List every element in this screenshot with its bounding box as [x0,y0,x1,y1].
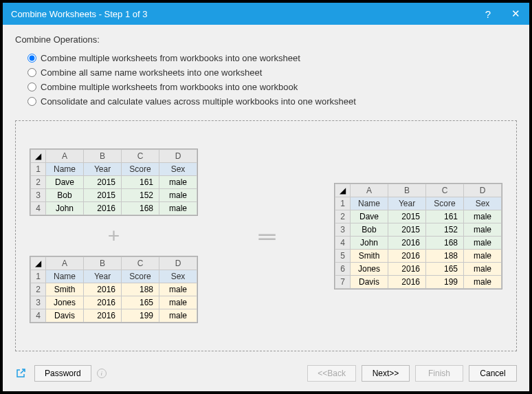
share-icon[interactable] [15,368,26,379]
row-header: 1 [335,197,351,210]
radio-combine-into-worksheet[interactable]: Combine multiple worksheets from workboo… [27,53,517,63]
col-header: A [351,184,388,197]
col-header: C [426,184,464,197]
cell: 168 [426,236,464,249]
info-icon[interactable]: i [97,369,107,378]
cell: Smith [46,283,84,296]
cell: male [464,249,502,262]
help-button[interactable]: ? [474,3,502,25]
row-header: 6 [335,262,351,275]
cell: Sex [159,163,197,176]
cell: Bob [351,223,388,236]
cell: 152 [122,189,159,202]
col-header: C [122,150,159,163]
cell: Year [84,163,122,176]
cell: male [464,236,502,249]
radio-input-3[interactable] [27,83,36,91]
cell: 188 [122,283,159,296]
cell: 2015 [84,189,122,202]
cancel-button[interactable]: Cancel [469,365,517,382]
row-header: 4 [31,202,46,215]
cell: male [159,189,197,202]
cell: Score [122,163,159,176]
finish-button: Finish [415,365,463,382]
row-header: 3 [31,189,46,202]
row-header: 2 [335,210,351,223]
row-header: 3 [31,296,46,309]
source-sheets: ◢ABCD 1NameYearScoreSex 2Dave2015161male… [30,149,198,323]
cell: 165 [122,296,159,309]
cell: 199 [426,275,464,288]
plus-icon: + [108,224,120,248]
cell: 2015 [388,210,426,223]
col-header: B [84,257,122,270]
cell: 161 [426,210,464,223]
cell: 188 [426,249,464,262]
password-button[interactable]: Password [34,365,91,382]
row-header: 3 [335,223,351,236]
cell: Jones [351,262,388,275]
cell: male [464,275,502,288]
cell: Dave [46,176,84,189]
radio-input-4[interactable] [27,97,36,106]
cell: male [159,176,197,189]
cell: Davis [46,309,84,322]
select-all-corner: ◢ [335,184,351,197]
radio-input-1[interactable] [27,54,36,63]
cell: 161 [122,176,159,189]
col-header: A [46,257,84,270]
radio-group: Combine multiple worksheets from workboo… [27,49,517,111]
cell: Name [351,197,388,210]
group-label: Combine Operations: [15,34,517,45]
select-all-corner: ◢ [31,150,46,163]
cell: male [159,283,197,296]
radio-into-workbook[interactable]: Combine multiple worksheets from workboo… [27,82,517,92]
cell: male [159,202,197,215]
select-all-corner: ◢ [31,257,46,270]
cell: Sex [159,270,197,283]
cell: male [159,309,197,322]
cell: Jones [46,296,84,309]
cell: 165 [426,262,464,275]
dialog-window: Combine Worksheets - Step 1 of 3 ? ✕ Com… [0,0,532,394]
col-header: B [84,150,122,163]
col-header: C [122,257,159,270]
col-header: D [159,150,197,163]
cell: Smith [351,249,388,262]
cell: John [351,236,388,249]
source-sheet-1: ◢ABCD 1NameYearScoreSex 2Dave2015161male… [30,149,198,216]
row-header: 2 [31,176,46,189]
cell: Name [46,163,84,176]
cell: 199 [122,309,159,322]
cell: Score [122,270,159,283]
radio-label: Combine multiple worksheets from workboo… [41,53,300,63]
cell: 2016 [388,262,426,275]
radio-consolidate[interactable]: Consolidate and calculate values across … [27,96,517,107]
radio-input-2[interactable] [27,68,36,77]
cell: Dave [351,210,388,223]
cell: 2016 [84,296,122,309]
cell: 152 [426,223,464,236]
radio-same-name[interactable]: Combine all same name worksheets into on… [27,67,517,78]
row-header: 1 [31,270,46,283]
cell: male [464,262,502,275]
close-button[interactable]: ✕ [502,3,529,25]
cell: 2016 [84,202,122,215]
row-header: 7 [335,275,351,288]
row-header: 4 [335,236,351,249]
cell: 2016 [388,249,426,262]
radio-label: Consolidate and calculate values across … [41,96,356,107]
cell: Year [84,270,122,283]
cell: 2016 [84,309,122,322]
content-area: Combine Operations: Combine multiple wor… [3,25,529,358]
row-header: 5 [335,249,351,262]
cell: Name [46,270,84,283]
cell: male [464,223,502,236]
footer: Password i <<Back Next>> Finish Cancel [3,358,529,391]
cell: 2016 [388,275,426,288]
col-header: B [388,184,426,197]
titlebar: Combine Worksheets - Step 1 of 3 ? ✕ [3,3,529,25]
row-header: 2 [31,283,46,296]
radio-label: Combine multiple worksheets from workboo… [41,82,298,92]
next-button[interactable]: Next>> [362,365,410,382]
